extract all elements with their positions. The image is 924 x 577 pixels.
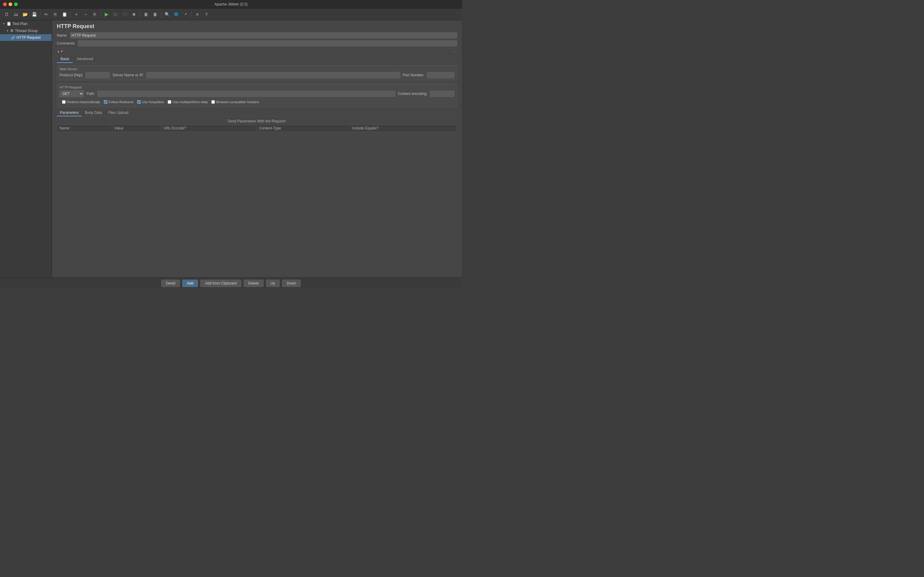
port-input[interactable] [427,72,454,78]
tab-files-upload[interactable]: Files Upload [105,110,132,116]
remove-button[interactable]: − [81,10,90,19]
save-button[interactable]: 💾 [30,10,39,19]
col-url-encode: URL Encode? [161,125,256,132]
down-button[interactable]: Down [282,280,301,287]
tab-body-data[interactable]: Body Data [82,110,105,116]
sidebar-item-test-plan[interactable]: ▼ 📋 Test Plan [0,20,52,27]
clear-all-button[interactable]: 🗑 [151,10,160,19]
stop-button[interactable]: ⬛ [121,10,129,19]
path-input[interactable] [97,91,395,97]
log-viewer-button[interactable]: ≡ [193,10,202,19]
name-input[interactable] [70,32,457,39]
use-keepalive-label: Use KeepAlive [142,100,164,104]
server-label: Server Name or IP: [112,73,144,77]
toolbar-sep-6 [191,11,192,18]
detail-button[interactable]: Detail [161,280,180,287]
server-row: Protocol [http]: Server Name or IP: Port… [60,72,454,78]
method-select[interactable]: GET POST PUT DELETE PATCH HEAD OPTIONS [60,90,84,97]
http-request-section: HTTP Request GET POST PUT DELETE PATCH H… [57,83,457,107]
cut-button[interactable]: ✂ [42,10,50,19]
comments-label: Comments: [57,41,76,45]
server-input[interactable] [146,72,400,78]
toolbar-sep-4 [140,11,140,18]
open-button[interactable]: 📂 [21,10,29,19]
send-params-label: Send Parameters With the Request: [57,118,457,124]
sidebar-item-http-request[interactable]: 🔗 HTTP Request [0,34,52,41]
use-keepalive-input[interactable] [137,100,141,104]
use-keepalive-checkbox[interactable]: Use KeepAlive [137,100,164,104]
help-button[interactable]: ? [202,10,211,19]
collapse-arrows[interactable]: ▲▼ [57,50,63,53]
run-button[interactable]: ▶ [102,10,111,19]
window-title: Apache JMeter (5.5) [214,2,248,6]
http-request-title: HTTP Request [60,85,454,89]
templates-button[interactable]: 🗂 [11,10,20,19]
new-button[interactable]: 🗋 [2,10,11,19]
http-request-icon: 🔗 [11,36,15,40]
content-area: HTTP Request Name: Comments: ▲▼ ··· Basi… [52,20,462,277]
expand-arrow-thread: ▼ [6,29,9,32]
delete-button[interactable]: Delete [243,280,263,287]
remote-run-button[interactable]: ↗ [181,10,190,19]
panel-title: HTTP Request [52,20,462,31]
thread-group-icon: ⚙ [10,28,14,33]
path-label: Path: [86,92,95,96]
run-no-pause-button[interactable]: ▷ [111,10,120,19]
sidebar-item-thread-group[interactable]: ▼ ⚙ Thread Group [0,27,52,34]
divider-row: ▲▼ ··· [52,48,462,54]
sidebar-item-label: Thread Group [15,29,38,33]
browser-compatible-input[interactable] [211,100,215,104]
sidebar: ▼ 📋 Test Plan ▼ ⚙ Thread Group 🔗 HTTP Re… [0,20,52,277]
tab-parameters[interactable]: Parameters [57,110,82,116]
shutdown-button[interactable]: ⏹ [130,10,138,19]
use-multipart-label: Use multipart/form-data [173,100,208,104]
close-button[interactable] [3,2,7,6]
dots-menu[interactable]: ··· [453,49,457,54]
title-bar: Apache JMeter (5.5) [0,0,462,8]
redirect-auto-checkbox[interactable]: Redirect Automatically [62,100,100,104]
protocol-input[interactable] [85,72,110,78]
name-row: Name: [52,31,462,39]
remote-button[interactable]: 🌐 [172,10,181,19]
minimize-button[interactable] [8,2,12,6]
sidebar-item-label: Test Plan [13,22,27,26]
add-button[interactable]: + [72,10,81,19]
col-value: Value [112,125,161,132]
duplicate-button[interactable]: ⎘ [90,10,99,19]
paste-button[interactable]: 📋 [60,10,69,19]
protocol-label: Protocol [http]: [60,73,83,77]
main-tabs: Basic Advanced [52,54,462,63]
maximize-button[interactable] [14,2,18,6]
main-layout: ▼ 📋 Test Plan ▼ ⚙ Thread Group 🔗 HTTP Re… [0,20,462,277]
toolbar-sep-1 [40,11,40,18]
checkboxes-row: Redirect Automatically Follow Redirects … [60,99,454,105]
port-label: Port Number: [403,73,424,77]
add-from-clipboard-button[interactable]: Add from Clipboard [200,280,241,287]
clear-button[interactable]: 🗑 [142,10,150,19]
follow-redirects-label: Follow Redirects [109,100,134,104]
use-multipart-checkbox[interactable]: Use multipart/form-data [168,100,208,104]
col-include-equals: Include Equals? [350,125,457,132]
col-content-type: Content-Type [256,125,350,132]
search-button[interactable]: 🔍 [163,10,171,19]
param-tabs: Parameters Body Data Files Upload [52,108,462,117]
redirect-auto-input[interactable] [62,100,66,104]
params-table: Name: Value URL Encode? Content-Type Inc… [57,124,457,132]
bottom-bar: Detail Add Add from Clipboard Delete Up … [0,277,462,288]
follow-redirects-checkbox[interactable]: Follow Redirects [104,100,134,104]
window-controls[interactable] [3,2,18,6]
toolbar: 🗋 🗂 📂 💾 ✂ ⎘ 📋 + − ⎘ ▶ ▷ ⬛ ⏹ 🗑 🗑 🔍 🌐 ↗ ≡ … [0,8,462,20]
content-encoding-input[interactable] [430,91,454,97]
params-table-container[interactable]: Name: Value URL Encode? Content-Type Inc… [57,124,457,277]
up-button[interactable]: Up [266,280,280,287]
comments-input[interactable] [78,40,457,47]
expand-arrow: ▼ [2,22,5,25]
add-button-bottom[interactable]: Add [182,280,198,287]
method-path-row: GET POST PUT DELETE PATCH HEAD OPTIONS P… [60,90,454,97]
use-multipart-input[interactable] [168,100,171,104]
tab-basic[interactable]: Basic [57,56,73,63]
browser-compatible-checkbox[interactable]: Browser-compatible headers [211,100,259,104]
copy-button[interactable]: ⎘ [51,10,60,19]
follow-redirects-input[interactable] [104,100,108,104]
tab-advanced[interactable]: Advanced [73,56,97,63]
